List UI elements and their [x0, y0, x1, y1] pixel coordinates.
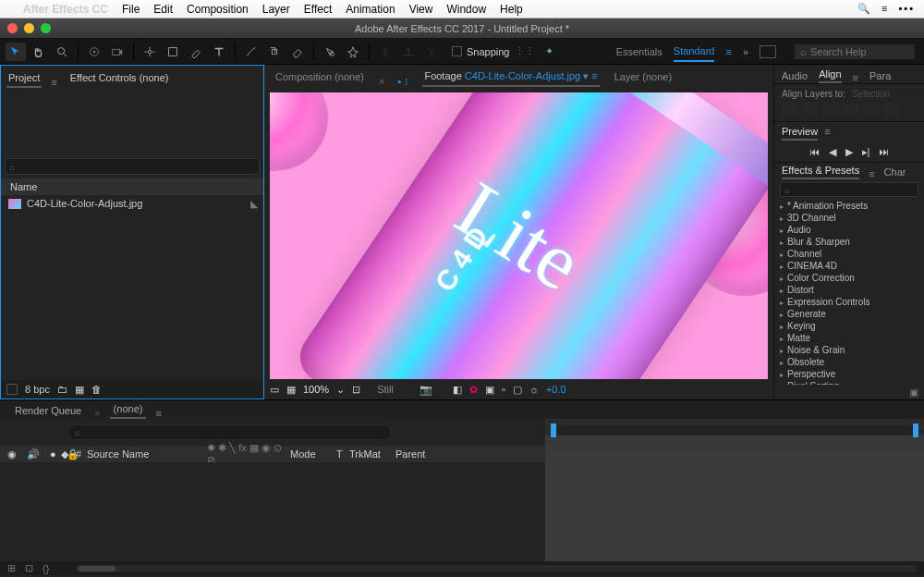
col-trkmat[interactable]: TrkMat [346, 448, 392, 460]
tab-render-queue[interactable]: Render Queue [11, 405, 85, 419]
timeline-track-empty[interactable] [545, 452, 924, 561]
zoom-level[interactable]: 100% [303, 384, 329, 395]
tab-footage[interactable]: Footage C4D-Lite-Color-Adjust.jpg ▾ ≡ [422, 68, 599, 87]
interpret-footage-icon[interactable] [6, 384, 18, 395]
tab-timeline-none[interactable]: (none) [110, 403, 147, 419]
align-menu-icon[interactable]: ≡ [853, 72, 858, 83]
new-comp-icon[interactable]: ▦ [75, 384, 84, 396]
roto-tool-icon[interactable] [320, 43, 340, 61]
tab-effect-controls[interactable]: Effect Controls (none) [68, 69, 171, 88]
play-icon[interactable]: ▶ [845, 146, 853, 158]
workspace-essentials[interactable]: Essentials [616, 46, 663, 57]
menu-composition[interactable]: Composition [187, 3, 249, 16]
pen-tool-icon[interactable] [186, 43, 206, 61]
project-empty-area[interactable] [1, 212, 263, 380]
mask-toggle-icon[interactable]: ▢ [513, 384, 522, 396]
preset-item[interactable]: Audio [780, 224, 924, 236]
zoom-dropdown-icon[interactable]: ⌄ [336, 384, 345, 396]
menu-file[interactable]: File [122, 3, 140, 16]
col-parent[interactable]: Parent [392, 448, 438, 460]
work-area-start-handle[interactable] [551, 424, 556, 437]
project-search[interactable]: ⌕ [5, 158, 260, 175]
time-ruler[interactable] [551, 425, 918, 436]
menu-effect[interactable]: Effect [304, 3, 332, 16]
tab-character[interactable]: Char [884, 166, 906, 179]
effects-menu-icon[interactable]: ≡ [869, 168, 874, 179]
last-frame-icon[interactable]: ⏭ [879, 146, 889, 158]
grid-toggle-icon[interactable]: ▣ [485, 384, 494, 396]
menu-window[interactable]: Window [446, 3, 486, 16]
zoom-tool-icon[interactable] [52, 43, 72, 61]
preset-item[interactable]: Color Correction [780, 272, 924, 284]
align-target[interactable]: Selection [852, 89, 890, 99]
toggle-brackets-icon[interactable]: {} [43, 563, 49, 574]
transparency-grid-icon[interactable]: ▫ [502, 384, 505, 395]
viewer-canvas[interactable]: Lite C4D [270, 92, 768, 379]
zoom-slider-handle[interactable] [79, 566, 116, 571]
brush-tool-icon[interactable] [241, 43, 261, 61]
preset-item[interactable]: Perspective [780, 368, 924, 380]
workspace-menu-icon[interactable]: ≡ [725, 46, 731, 57]
res-display-icon[interactable]: ⊡ [352, 384, 360, 396]
selection-tool-icon[interactable] [6, 43, 26, 61]
timeline-layers-empty[interactable] [0, 462, 545, 561]
col-source-name[interactable]: Source Name [83, 448, 203, 460]
type-tool-icon[interactable] [209, 43, 229, 61]
col-mode[interactable]: Mode [286, 448, 333, 460]
exposure-reset-icon[interactable]: ☼ [529, 384, 539, 395]
toggle-switches-icon[interactable]: ⊞ [7, 562, 16, 574]
snapping-checkbox-icon[interactable] [452, 46, 462, 56]
exposure-value[interactable]: +0.0 [546, 384, 566, 395]
workspace-standard[interactable]: Standard [674, 45, 715, 62]
new-folder-icon[interactable]: 🗀 [57, 384, 67, 395]
preset-item[interactable]: Distort [780, 284, 924, 296]
toggle-modes-icon[interactable]: ⊡ [25, 562, 33, 574]
eraser-tool-icon[interactable] [287, 43, 308, 61]
project-panel-menu-icon[interactable]: ≡ [51, 77, 56, 88]
timeline-zoom-slider[interactable] [77, 565, 917, 572]
tab-audio[interactable]: Audio [782, 70, 808, 83]
resolution-icon[interactable]: ▦ [286, 384, 296, 396]
puppet-tool-icon[interactable] [343, 43, 363, 61]
shape-tool-icon[interactable] [163, 43, 183, 61]
align-top-icon[interactable] [843, 103, 859, 117]
preview-menu-icon[interactable]: ≡ [824, 126, 830, 137]
tab-paragraph[interactable]: Para [869, 70, 891, 83]
orbit-tool-icon[interactable] [84, 43, 104, 61]
color-mgmt-icon[interactable]: ✿ [469, 384, 478, 396]
menu-animation[interactable]: Animation [346, 3, 395, 16]
menu-view[interactable]: View [409, 3, 433, 16]
magnify-icon[interactable]: ▭ [270, 384, 279, 396]
channel-icon[interactable]: ◧ [453, 384, 462, 396]
app-name[interactable]: After Effects CC [23, 3, 108, 16]
preset-item[interactable]: Keying [780, 320, 924, 332]
snapshot-icon[interactable]: 📷 [419, 384, 432, 396]
effects-list[interactable]: * Animation Presets 3D Channel Audio Blu… [774, 200, 924, 385]
menu-layer[interactable]: Layer [262, 3, 290, 16]
project-column-header[interactable]: Name [1, 178, 263, 195]
work-area-end-handle[interactable] [913, 424, 918, 437]
col-t[interactable]: T [333, 448, 346, 460]
align-bottom-icon[interactable] [883, 103, 900, 117]
preset-item[interactable]: Generate [780, 308, 924, 320]
tab-effects-presets[interactable]: Effects & Presets [782, 165, 859, 179]
align-left-icon[interactable] [782, 103, 798, 117]
view-axis-icon[interactable] [421, 43, 442, 61]
col-label-icon[interactable]: ◆ [57, 448, 72, 460]
local-axis-icon[interactable] [375, 43, 395, 61]
align-right-icon[interactable] [822, 103, 839, 117]
preset-item[interactable]: 3D Channel [780, 212, 924, 224]
preset-item[interactable]: * Animation Presets [780, 200, 924, 212]
snapping-toggle[interactable]: Snapping ⋮⋮ ✦ [452, 45, 553, 57]
project-item[interactable]: C4D-Lite-Color-Adjust.jpg ◣ [1, 195, 263, 212]
minimize-window-icon[interactable] [24, 23, 34, 33]
preset-item[interactable]: Matte [780, 332, 924, 344]
menu-help[interactable]: Help [500, 3, 523, 16]
snapping-options-icon[interactable]: ⋮⋮ [515, 45, 535, 57]
camera-tool-icon[interactable] [107, 43, 128, 61]
snap-edges-icon[interactable]: ✦ [545, 45, 553, 57]
prev-frame-icon[interactable]: ◀ [829, 146, 836, 158]
timeline-menu-icon[interactable]: ≡ [155, 408, 161, 419]
tab-footage-link[interactable]: C4D-Lite-Color-Adjust.jpg [465, 70, 580, 81]
tab-layer[interactable]: Layer (none) [613, 68, 674, 87]
